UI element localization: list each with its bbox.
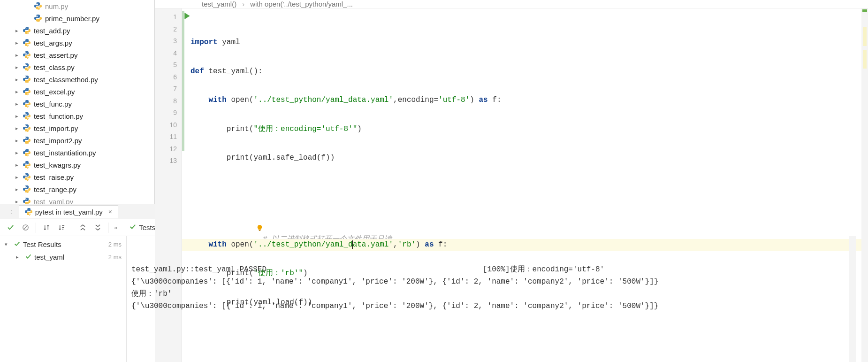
python-file-icon [23,63,31,71]
chevron-right-icon[interactable]: ▸ [16,254,23,260]
close-icon[interactable]: × [108,208,112,216]
code-token: 'utf-8' [438,96,470,104]
test-tree-item[interactable]: ▸ test_yaml 2 ms [0,251,126,263]
breadcrumb[interactable]: test_yaml() › with open('../test_python/… [155,0,868,8]
sort-button[interactable] [40,221,53,234]
chevron-right-icon[interactable]: ▸ [11,89,23,95]
gutter-line-number[interactable]: 12 [155,143,182,155]
project-tree-item[interactable]: ▸test_excel.py [0,85,154,98]
breadcrumb-item[interactable]: with open('../test_python/yaml_... [250,0,353,8]
gutter-line-number[interactable]: 13 [155,155,182,167]
project-tree-item[interactable]: ▸test_func.py [0,98,154,110]
project-tree-item-label: num.py [45,2,68,10]
highlight-marker [863,27,867,46]
project-tree-item[interactable]: ▸test_instantiation.py [0,146,154,159]
project-tree-item-label: test_excel.py [34,88,75,96]
pytest-icon [25,208,32,216]
code-token: with [190,96,227,104]
breadcrumb-item[interactable]: test_yaml() [202,0,236,8]
console-scrollbar[interactable] [849,236,856,362]
code-token: print(yaml.safe_load(f)) [190,154,335,162]
chevron-right-icon[interactable]: ▸ [11,174,23,180]
project-tree-item[interactable]: ▸test_function.py [0,110,154,122]
chevron-right-icon[interactable]: ▸ [11,125,23,131]
gutter-line-number[interactable]: 5 [155,59,182,71]
python-file-icon [23,51,31,59]
console-line: {'\u3000companies': [{'id': 1, 'name': '… [131,276,851,288]
project-tree-item[interactable]: ▸test_class.py [0,61,154,73]
project-tree-item[interactable]: ▸test_args.py [0,37,154,49]
expand-more-icon[interactable]: » [114,224,117,231]
svg-rect-2 [259,230,261,231]
gutter-line-number[interactable]: 8 [155,95,182,108]
run-config-tab-label: pytest in test_yaml.py [35,208,103,216]
project-tree-item[interactable]: ▸test_classmethod.py [0,73,154,85]
check-icon [14,240,20,248]
run-config-tab[interactable]: pytest in test_yaml.py × [19,205,118,218]
project-tree-item[interactable]: ▸test_yaml.py [0,195,154,204]
gutter-line-number[interactable]: 9 [155,107,182,119]
chevron-right-icon[interactable]: ▸ [11,138,23,144]
chevron-right-icon[interactable]: ▸ [11,77,23,83]
chevron-right-icon[interactable]: ▸ [11,28,23,34]
chevron-right-icon[interactable]: ▸ [11,52,23,58]
test-results-tree[interactable]: ▾ Test Results 2 ms ▸ test_yaml 2 ms [0,236,127,362]
python-file-icon [23,75,31,84]
project-tree-item[interactable]: ▸test_import.py [0,122,154,134]
show-ignored-button[interactable] [19,221,32,234]
project-tree[interactable]: ▸num.py▸prime_number.py▸test_add.py▸test… [0,0,155,204]
expand-all-button[interactable] [76,221,89,234]
upper-area: ▸num.py▸prime_number.py▸test_add.py▸test… [0,0,868,204]
project-tree-item[interactable]: ▸test_add.py [0,24,154,37]
chevron-right-icon[interactable]: ▸ [11,199,23,204]
editor-overview-ruler[interactable] [861,8,868,362]
console-line: {'\u3000companies': [{'id': 1, 'name': '… [131,300,851,312]
python-file-icon [23,100,31,108]
chevron-right-icon[interactable]: ▸ [11,150,23,156]
python-file-icon [23,87,31,96]
project-tree-item-label: test_class.py [34,63,75,71]
chevron-right-icon[interactable]: ▸ [11,101,23,107]
gutter-line-number[interactable]: 4 [155,47,182,60]
python-file-icon [23,197,31,204]
test-tree-root[interactable]: ▾ Test Results 2 ms [0,238,126,251]
project-tree-item-label: test_func.py [34,100,72,108]
project-tree-item[interactable]: ▸num.py [0,0,154,12]
project-tree-item[interactable]: ▸test_assert.py [0,49,154,61]
code-token: print( [190,125,253,133]
project-tree-item[interactable]: ▸test_range.py [0,183,154,195]
console-line: 使用：'rb' [131,288,851,300]
code-token: as [479,96,488,104]
python-file-icon [23,148,31,157]
python-file-icon [34,2,42,10]
chevron-right-icon[interactable]: ▸ [11,113,23,119]
gutter-line-number[interactable]: 10 [155,119,182,131]
project-tree-item-label: test_yaml.py [34,198,73,204]
project-tree-item[interactable]: ▸test_kwagrs.py [0,159,154,171]
code-token: ,encoding= [393,96,438,104]
project-tree-item[interactable]: ▸test_raise.py [0,171,154,183]
sort-duration-button[interactable] [55,221,68,234]
gutter-line-number[interactable]: 1 [155,11,182,23]
show-passed-button[interactable] [4,221,17,234]
collapse-all-button[interactable] [91,221,104,234]
gutter-line-number[interactable]: 6 [155,71,182,84]
gutter-line-number[interactable]: 7 [155,83,182,95]
gutter-line-number[interactable]: 2 [155,23,182,36]
gutter-line-number[interactable]: 11 [155,131,182,143]
chevron-right-icon[interactable]: ▸ [11,186,23,193]
chevron-right-icon[interactable]: ▸ [11,40,23,46]
run-gutter-icon[interactable] [184,13,190,21]
chevron-down-icon[interactable]: ▾ [5,241,11,247]
python-file-icon [23,112,31,120]
python-file-icon [23,26,31,35]
svg-rect-5 [62,225,64,226]
chevron-right-icon[interactable]: ▸ [11,162,23,168]
project-tree-item[interactable]: ▸prime_number.py [0,12,154,24]
chevron-right-icon[interactable]: ▸ [11,64,23,70]
project-tree-item-label: test_instantiation.py [34,149,96,157]
gutter-line-number[interactable]: 3 [155,35,182,47]
editor-panel: test_yaml() › with open('../test_python/… [155,0,868,204]
console-output[interactable]: test_yaml.py::test_yaml PASSED [100%]使用：… [127,236,856,362]
project-tree-item[interactable]: ▸test_import2.py [0,134,154,146]
